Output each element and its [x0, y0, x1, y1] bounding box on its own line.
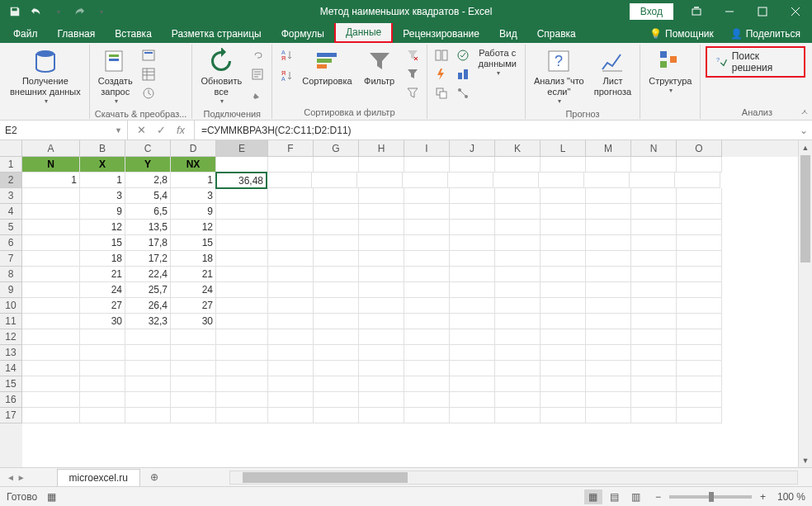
- cell[interactable]: [314, 267, 359, 282]
- cell[interactable]: [631, 204, 677, 220]
- what-if-button[interactable]: ? Анализ "что если": [531, 46, 588, 107]
- cell[interactable]: [450, 376, 495, 392]
- cell[interactable]: [677, 392, 722, 408]
- cell[interactable]: 36,48: [215, 172, 267, 189]
- cell[interactable]: [312, 173, 357, 188]
- cell[interactable]: N: [22, 157, 80, 173]
- cell[interactable]: 5,4: [125, 188, 171, 204]
- cell[interactable]: 1: [80, 173, 125, 188]
- row-header[interactable]: 6: [0, 235, 22, 251]
- relationships-button[interactable]: [454, 84, 472, 102]
- cell[interactable]: 17,8: [125, 235, 171, 251]
- cell[interactable]: [631, 392, 677, 408]
- cell[interactable]: X: [80, 157, 125, 173]
- cell[interactable]: [450, 282, 495, 298]
- cell[interactable]: [125, 329, 171, 345]
- cell[interactable]: [495, 204, 541, 220]
- cell[interactable]: [677, 314, 722, 329]
- data-validation-button[interactable]: [454, 46, 472, 64]
- cell[interactable]: 15: [80, 235, 125, 251]
- structure-button[interactable]: Структура: [645, 46, 695, 97]
- column-header[interactable]: B: [80, 140, 125, 157]
- cell[interactable]: [586, 204, 631, 220]
- cell[interactable]: [404, 204, 450, 220]
- cell[interactable]: [216, 376, 268, 392]
- cell[interactable]: 3: [80, 188, 125, 204]
- cell[interactable]: [450, 251, 495, 267]
- cell[interactable]: [359, 251, 404, 267]
- cell[interactable]: [216, 298, 268, 314]
- cell[interactable]: [359, 298, 404, 314]
- cell[interactable]: [495, 282, 541, 298]
- cell[interactable]: [216, 329, 268, 345]
- login-button[interactable]: Вход: [630, 3, 673, 20]
- cell[interactable]: [631, 376, 677, 392]
- cell[interactable]: [631, 251, 677, 267]
- cell[interactable]: [450, 204, 495, 220]
- cell[interactable]: 22,4: [125, 267, 171, 282]
- row-header[interactable]: 1: [0, 157, 22, 173]
- cell[interactable]: [216, 188, 268, 204]
- cell[interactable]: [357, 173, 403, 188]
- cell[interactable]: [404, 392, 450, 408]
- cell[interactable]: 15: [171, 235, 216, 251]
- cell[interactable]: NX: [171, 157, 216, 173]
- row-header[interactable]: 17: [0, 408, 22, 423]
- cell[interactable]: [586, 298, 631, 314]
- cell[interactable]: [216, 235, 268, 251]
- column-header[interactable]: L: [541, 140, 586, 157]
- chevron-down-icon[interactable]: ▼: [115, 126, 122, 135]
- column-header[interactable]: D: [171, 140, 216, 157]
- maximize-icon[interactable]: [746, 0, 779, 23]
- cell[interactable]: [314, 204, 359, 220]
- cell[interactable]: [677, 361, 722, 376]
- cell[interactable]: [541, 376, 586, 392]
- cell[interactable]: 18: [80, 251, 125, 267]
- column-header[interactable]: G: [314, 140, 359, 157]
- cell[interactable]: [404, 235, 450, 251]
- cell[interactable]: [677, 251, 722, 267]
- zoom-level[interactable]: 100 %: [777, 491, 805, 503]
- cell[interactable]: [80, 408, 125, 423]
- cell[interactable]: [586, 408, 631, 423]
- cell[interactable]: [404, 188, 450, 204]
- formula-input[interactable]: =СУММКВРАЗН(C2:C11;D2:D11): [195, 121, 795, 140]
- cell[interactable]: [450, 220, 495, 235]
- cells-area[interactable]: NXYNX112,8136,4835,4396,591213,5121517,8…: [22, 157, 798, 467]
- cell[interactable]: [631, 361, 677, 376]
- cell[interactable]: [314, 361, 359, 376]
- undo-dropdown[interactable]: [48, 2, 68, 21]
- cell[interactable]: [314, 345, 359, 361]
- cell[interactable]: [22, 204, 80, 220]
- cancel-formula-button[interactable]: ✕: [131, 121, 151, 140]
- cell[interactable]: [22, 329, 80, 345]
- cell[interactable]: 12: [80, 220, 125, 235]
- cell[interactable]: [80, 376, 125, 392]
- connections-button[interactable]: [248, 46, 267, 64]
- cell[interactable]: [314, 376, 359, 392]
- page-break-view-icon[interactable]: ▥: [627, 489, 645, 504]
- cell[interactable]: [359, 361, 404, 376]
- recent-sources-button[interactable]: [139, 84, 158, 102]
- cell[interactable]: 6,5: [125, 204, 171, 220]
- cell[interactable]: [493, 173, 539, 188]
- tab-home[interactable]: Главная: [48, 25, 106, 43]
- cell[interactable]: [495, 314, 541, 329]
- cell[interactable]: [450, 235, 495, 251]
- cell[interactable]: [80, 345, 125, 361]
- cell[interactable]: [404, 157, 450, 173]
- cell[interactable]: [495, 361, 541, 376]
- cell[interactable]: [314, 314, 359, 329]
- cell[interactable]: [541, 361, 586, 376]
- cell[interactable]: [448, 173, 493, 188]
- cell[interactable]: [677, 282, 722, 298]
- cell[interactable]: 9: [80, 204, 125, 220]
- cell[interactable]: [216, 251, 268, 267]
- macro-record-icon[interactable]: ▦: [47, 491, 56, 503]
- cell[interactable]: [495, 392, 541, 408]
- cell[interactable]: [216, 345, 268, 361]
- cell[interactable]: [359, 157, 404, 173]
- row-header[interactable]: 16: [0, 392, 22, 408]
- cell[interactable]: [450, 345, 495, 361]
- ribbon-options-icon[interactable]: [680, 0, 713, 23]
